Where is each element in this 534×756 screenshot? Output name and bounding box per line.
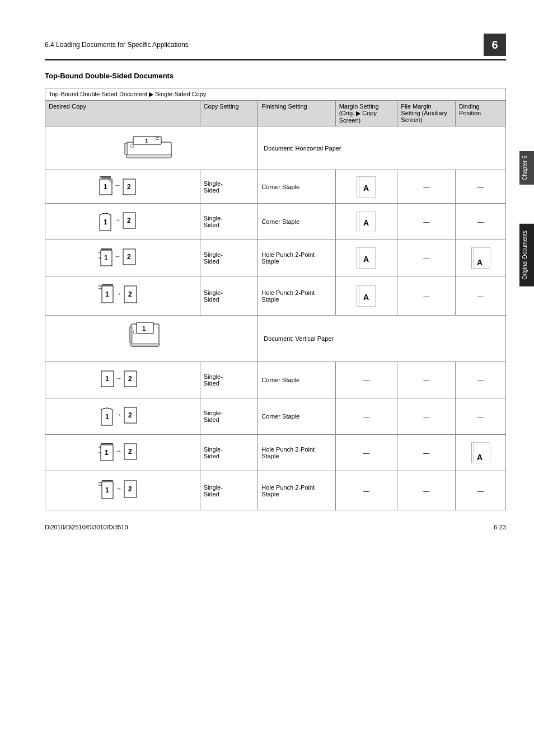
svg-text:1: 1 bbox=[105, 486, 109, 494]
margin-icon-wrapper: A bbox=[339, 176, 394, 198]
horizontal-separator-row: 1 Document: Horizontal Paper bbox=[45, 126, 506, 170]
svg-text:2: 2 bbox=[128, 411, 132, 419]
svg-text:→: → bbox=[114, 181, 121, 189]
doc-illustration-v4: 1 → 2 bbox=[97, 475, 148, 506]
finishing-setting-cell: Corner Staple bbox=[258, 398, 335, 435]
binding-position-cell: — bbox=[456, 471, 506, 510]
file-margin-cell: — bbox=[397, 362, 456, 398]
table-row: 1 → 2 Single-Sided Corner Staple bbox=[45, 170, 506, 204]
desired-copy-cell: 1 → 2 bbox=[45, 204, 200, 240]
finishing-setting-cell: Hole Punch 2-Point Staple bbox=[258, 276, 335, 316]
file-margin-cell: — bbox=[397, 398, 456, 435]
svg-rect-59 bbox=[131, 344, 159, 346]
doc-illustration-v3: 1 → 2 bbox=[97, 439, 148, 467]
page-container: 6.4 Loading Documents for Specific Appli… bbox=[0, 0, 534, 756]
doc-illustration-h3: 1 → 2 bbox=[97, 244, 148, 272]
file-margin-cell: — bbox=[397, 276, 456, 316]
desired-copy-cell: 1 → 2 bbox=[45, 276, 200, 316]
col-header-binding: Binding Position bbox=[456, 101, 506, 126]
finishing-setting-cell: Hole Punch 2-Point Staple bbox=[258, 471, 335, 510]
table-row: 1 → 2 Single-Sided Corner Staple bbox=[45, 204, 506, 240]
margin-setting-cell: — bbox=[335, 362, 397, 398]
margin-icon-wrapper: A bbox=[339, 247, 394, 269]
table-row: 1 → 2 Single-Sided Hole Punch 2-Point St… bbox=[45, 240, 506, 276]
svg-text:1: 1 bbox=[104, 183, 107, 191]
finishing-setting-cell: Hole Punch 2-Point Staple bbox=[258, 240, 335, 276]
svg-text:→: → bbox=[115, 447, 122, 455]
scanner-horizontal-icon: 1 bbox=[121, 132, 182, 163]
chapter-badge: 6 bbox=[484, 34, 506, 56]
margin-icon: A bbox=[357, 176, 376, 198]
doc-illustration-h2: 1 → 2 bbox=[97, 208, 148, 236]
svg-text:1: 1 bbox=[105, 449, 109, 457]
copy-illustration: 1 → 2 bbox=[49, 278, 196, 313]
binding-icon-wrapper-v: A bbox=[459, 442, 502, 463]
svg-text:1: 1 bbox=[142, 325, 146, 332]
table-caption-row: Top-Bound Double-Sided Document ▶ Single… bbox=[45, 88, 506, 101]
footer-model: Di2010/Di2510/Di3010/Di3510 bbox=[45, 524, 128, 530]
desired-copy-cell: 1 → 2 bbox=[45, 398, 200, 435]
margin-icon: A bbox=[357, 211, 376, 232]
section-title-header: 6.4 Loading Documents for Specific Appli… bbox=[45, 41, 189, 49]
svg-point-7 bbox=[130, 144, 134, 148]
svg-text:1: 1 bbox=[105, 413, 109, 421]
svg-rect-37 bbox=[357, 247, 361, 269]
svg-rect-17 bbox=[357, 176, 361, 198]
finishing-setting-cell: Corner Staple bbox=[258, 362, 335, 398]
table-row: 1 → 2 Single-Sided Corner Staple — — — bbox=[45, 362, 506, 398]
binding-position-cell: — bbox=[456, 170, 506, 204]
binding-position-cell: — bbox=[456, 362, 506, 398]
svg-rect-41 bbox=[471, 247, 476, 269]
svg-text:A: A bbox=[363, 218, 369, 227]
svg-text:→: → bbox=[115, 411, 122, 419]
copy-illustration: 1 → 2 bbox=[49, 205, 196, 238]
file-margin-cell: — bbox=[397, 204, 456, 240]
svg-text:1: 1 bbox=[104, 218, 107, 226]
margin-setting-cell: — bbox=[335, 435, 397, 471]
scanner-vertical-icon: 1 bbox=[121, 321, 182, 355]
margin-icon-wrapper: A bbox=[339, 285, 394, 307]
svg-text:2: 2 bbox=[128, 375, 132, 383]
svg-text:1: 1 bbox=[105, 290, 109, 298]
svg-text:2: 2 bbox=[128, 290, 132, 298]
margin-setting-cell: A bbox=[335, 170, 397, 204]
svg-text:→: → bbox=[114, 252, 121, 260]
binding-icon: A bbox=[471, 247, 490, 269]
table-row: 1 → 2 Single-Sided Corner Staple — — — bbox=[45, 398, 506, 435]
copy-setting-cell: Single-Sided bbox=[200, 204, 258, 240]
binding-icon-v: A bbox=[471, 442, 490, 463]
margin-setting-cell: A bbox=[335, 204, 397, 240]
margin-setting-cell: A bbox=[335, 276, 397, 316]
margin-setting-cell: A bbox=[335, 240, 397, 276]
main-table: Top-Bound Double-Sided Document ▶ Single… bbox=[45, 88, 506, 510]
doc-illustration-h1: 1 → 2 bbox=[97, 174, 148, 199]
margin-setting-cell: — bbox=[335, 471, 397, 510]
file-margin-cell: — bbox=[397, 170, 456, 204]
svg-text:A: A bbox=[477, 258, 483, 267]
svg-text:A: A bbox=[363, 255, 369, 264]
col-header-finishing: Finishing Setting bbox=[258, 101, 335, 126]
svg-text:A: A bbox=[477, 453, 483, 462]
horizontal-scanner-cell: 1 bbox=[45, 126, 258, 170]
copy-illustration: 1 → 2 bbox=[49, 436, 196, 469]
col-header-margin: Margin Setting (Orig. ▶ Copy Screen) bbox=[335, 101, 397, 126]
binding-position-cell: — bbox=[456, 204, 506, 240]
copy-illustration: 1 → 2 bbox=[49, 172, 196, 201]
finishing-setting-cell: Hole Punch 2-Point Staple bbox=[258, 435, 335, 471]
chapter-tab: Chapter 6 bbox=[519, 151, 534, 185]
svg-text:→: → bbox=[115, 374, 122, 382]
finishing-setting-cell: Corner Staple bbox=[258, 170, 335, 204]
doc-illustration-h4: 1 → 2 bbox=[97, 280, 148, 311]
svg-text:→: → bbox=[114, 216, 121, 224]
table-header-row: Desired Copy Copy Setting Finishing Sett… bbox=[45, 101, 506, 126]
doc-illustration-v1: 1 → 2 bbox=[97, 366, 148, 394]
copy-setting-cell: Single-Sided bbox=[200, 240, 258, 276]
svg-text:2: 2 bbox=[128, 448, 132, 456]
margin-setting-cell: — bbox=[335, 398, 397, 435]
copy-setting-cell: Single-Sided bbox=[200, 471, 258, 510]
page-footer: Di2010/Di2510/Di3010/Di3510 6-23 bbox=[45, 522, 506, 530]
col-header-copy-setting: Copy Setting bbox=[200, 101, 258, 126]
svg-rect-6 bbox=[124, 143, 128, 154]
binding-icon-wrapper: A bbox=[459, 247, 502, 269]
svg-text:A: A bbox=[363, 184, 369, 192]
